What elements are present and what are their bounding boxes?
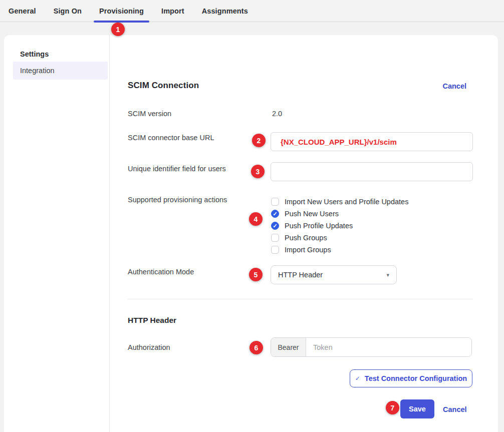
auth-mode-label: Authentication Mode xyxy=(128,268,194,276)
base-url-input[interactable] xyxy=(271,132,473,151)
provisioning-panel: Settings Integration SCIM Connection Can… xyxy=(4,35,498,432)
checkbox-label: Push New Users xyxy=(285,210,339,218)
tab-provisioning[interactable]: Provisioning xyxy=(99,0,144,22)
tab-general[interactable]: General xyxy=(9,0,36,22)
http-header-heading: HTTP Header xyxy=(128,316,176,325)
checkbox-row-push-profile-updates[interactable]: Push Profile Updates xyxy=(271,220,353,232)
save-button[interactable]: Save xyxy=(400,399,434,418)
authorization-label: Authorization xyxy=(128,343,170,351)
checkbox-row-import-groups[interactable]: Import Groups xyxy=(271,244,331,256)
section-divider xyxy=(128,299,473,299)
checkbox-label: Import New Users and Profile Updates xyxy=(285,198,408,206)
checkbox-push-new-users[interactable] xyxy=(271,210,279,218)
cancel-link-top[interactable]: Cancel xyxy=(442,82,466,90)
actions-label: Supported provisioning actions xyxy=(128,196,227,204)
checkbox-label: Import Groups xyxy=(285,246,331,254)
annotation-badge-1: 1 xyxy=(111,23,125,36)
test-connector-label: Test Connector Configuration xyxy=(365,374,467,382)
checkbox-import-groups[interactable] xyxy=(271,246,279,254)
checkbox-push-profile-updates[interactable] xyxy=(271,222,279,230)
base-url-label: SCIM connector base URL xyxy=(128,134,214,142)
sidebar-item-label: Integration xyxy=(20,67,55,75)
selected-option-label: HTTP Header xyxy=(278,271,323,279)
checkbox-label: Push Profile Updates xyxy=(285,222,353,230)
test-connector-button[interactable]: ✓ Test Connector Configuration xyxy=(350,369,472,387)
tab-assignments[interactable]: Assignments xyxy=(202,0,248,22)
sidebar-header-settings: Settings xyxy=(20,50,49,58)
app-window: General Sign On Provisioning Import Assi… xyxy=(0,0,504,432)
annotation-badge-5: 5 xyxy=(249,268,263,281)
checkbox-row-push-new-users[interactable]: Push New Users xyxy=(271,208,339,220)
check-icon: ✓ xyxy=(355,375,360,382)
page-title: SCIM Connection xyxy=(128,81,199,91)
scim-version-label: SCIM version xyxy=(128,110,171,118)
tab-sign-on[interactable]: Sign On xyxy=(54,0,82,22)
annotation-badge-4: 4 xyxy=(249,212,263,226)
checkbox-label: Push Groups xyxy=(285,234,327,242)
unique-id-label: Unique identifier field for users xyxy=(128,165,226,173)
settings-sidebar: Settings Integration xyxy=(4,35,110,432)
annotation-badge-2: 2 xyxy=(252,134,266,147)
scim-version-value: 2.0 xyxy=(272,110,282,118)
checkbox-row-import-new-users[interactable]: Import New Users and Profile Updates xyxy=(271,196,408,208)
annotation-badge-7: 7 xyxy=(386,401,399,414)
bearer-prefix: Bearer xyxy=(271,338,306,356)
authentication-mode-select[interactable]: HTTP Header ▾ xyxy=(271,265,397,284)
authorization-input-group: Bearer xyxy=(271,337,472,357)
checkbox-import-new-users[interactable] xyxy=(271,198,279,206)
chevron-down-icon: ▾ xyxy=(386,272,389,278)
tab-bar: General Sign On Provisioning Import Assi… xyxy=(0,0,504,22)
annotation-badge-3: 3 xyxy=(251,165,265,178)
annotation-badge-6: 6 xyxy=(249,341,263,354)
checkbox-push-groups[interactable] xyxy=(271,234,279,242)
checkbox-row-push-groups[interactable]: Push Groups xyxy=(271,232,327,244)
cancel-link-bottom[interactable]: Cancel xyxy=(443,405,467,413)
tab-import[interactable]: Import xyxy=(161,0,184,22)
token-input[interactable] xyxy=(306,338,471,356)
unique-id-input[interactable] xyxy=(271,162,473,181)
sidebar-item-integration[interactable]: Integration xyxy=(13,62,108,80)
